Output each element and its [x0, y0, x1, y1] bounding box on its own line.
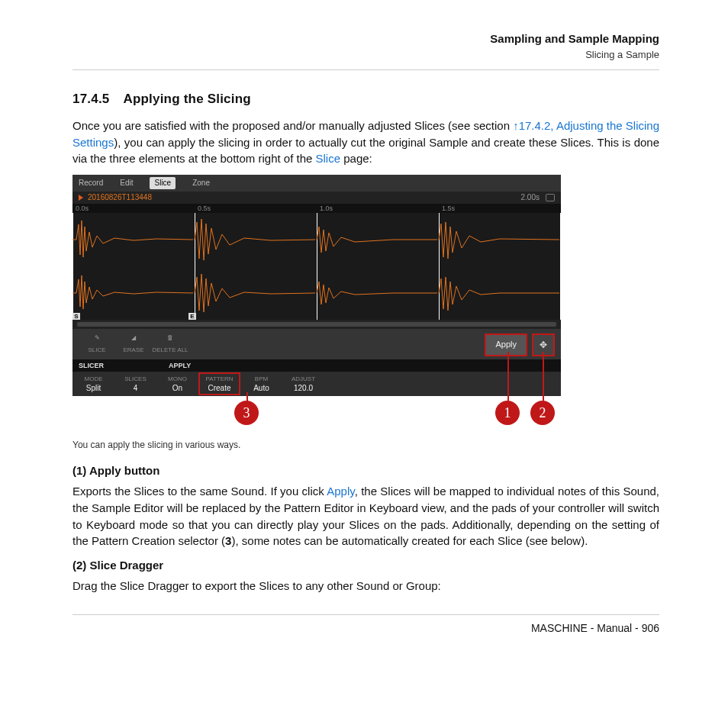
section-number: 17.4.5: [72, 90, 109, 108]
slice-dragger[interactable]: ✥: [532, 333, 555, 356]
param-mode[interactable]: MODESplit: [72, 375, 114, 394]
tab-record[interactable]: Record: [79, 178, 103, 188]
link-apply[interactable]: Apply: [327, 485, 354, 498]
header-rule: [72, 69, 659, 70]
sample-bar: 20160826T113448 2.00s: [72, 192, 561, 204]
panel-slicer-label: SLICER: [72, 359, 163, 372]
link-slice-page[interactable]: Slice: [316, 152, 341, 165]
tab-slice[interactable]: Slice: [150, 177, 176, 189]
apply-button[interactable]: Apply: [485, 333, 527, 356]
tool-slice[interactable]: ✎SLICE: [79, 335, 115, 354]
screenshot-figure: Record Edit Slice Zone 20160826T113448 2…: [72, 175, 561, 396]
param-adjust[interactable]: ADJUST120.0: [282, 375, 324, 394]
tool-row: ✎SLICE ◢ERASE 🗑DELETE ALL Apply ✥: [72, 329, 561, 359]
header-subtitle: Slicing a Sample: [72, 48, 659, 62]
page-footer: MASCHINE - Manual - 906: [72, 621, 659, 636]
section-title: Applying the Slicing: [123, 92, 250, 106]
sample-name: 20160826T113448: [88, 192, 152, 203]
tab-zone[interactable]: Zone: [192, 178, 210, 188]
page-header: Sampling and Sample Mapping Slicing a Sa…: [72, 31, 659, 62]
start-marker[interactable]: S: [72, 313, 80, 320]
play-icon[interactable]: [79, 195, 83, 201]
param-pattern[interactable]: PATTERNCreate: [198, 372, 240, 395]
tab-bar: Record Edit Slice Zone: [72, 175, 561, 192]
param-slices[interactable]: SLICES4: [114, 375, 156, 394]
sample-length: 2.00s: [521, 192, 540, 203]
param-mono[interactable]: MONOOn: [156, 375, 198, 394]
figure-caption: You can apply the slicing in various way…: [72, 439, 659, 452]
panel-label-row: SLICER APPLY: [72, 359, 561, 372]
timeline: 0.0s 0.5s 1.0s 1.5s: [72, 204, 561, 213]
waveform-left: [72, 213, 561, 266]
callout-1-bubble: 1: [495, 401, 520, 425]
waveform-right: [72, 266, 561, 320]
subhead-apply-button: (1) Apply button: [72, 462, 659, 478]
panel-apply-label: APPLY: [163, 359, 253, 372]
loop-icon[interactable]: [546, 194, 555, 201]
header-title: Sampling and Sample Mapping: [72, 31, 659, 47]
tool-delete-all[interactable]: 🗑DELETE ALL: [152, 335, 188, 354]
callout-2-bubble: 2: [530, 401, 555, 425]
intro-paragraph: Once you are satisfied with the proposed…: [72, 118, 659, 167]
param-row: MODESplit SLICES4 MONOOn PATTERNCreate B…: [72, 372, 561, 396]
end-marker[interactable]: E: [188, 313, 196, 320]
subhead-slice-dragger: (2) Slice Dragger: [72, 557, 659, 573]
scroll-bar[interactable]: [72, 320, 561, 329]
waveform-area[interactable]: S E: [72, 213, 561, 320]
tool-erase[interactable]: ◢ERASE: [115, 335, 152, 354]
section-heading: 17.4.5Applying the Slicing: [72, 90, 659, 108]
footer-rule: [72, 614, 659, 615]
param-bpm[interactable]: BPMAuto: [240, 375, 282, 394]
app-screenshot: Record Edit Slice Zone 20160826T113448 2…: [72, 175, 561, 396]
tab-edit[interactable]: Edit: [120, 178, 133, 188]
slice-dragger-paragraph: Drag the Slice Dragger to export the Sli…: [72, 578, 659, 594]
callout-3-bubble: 3: [234, 401, 259, 425]
apply-button-paragraph: Exports the Slices to the same Sound. If…: [72, 483, 659, 549]
